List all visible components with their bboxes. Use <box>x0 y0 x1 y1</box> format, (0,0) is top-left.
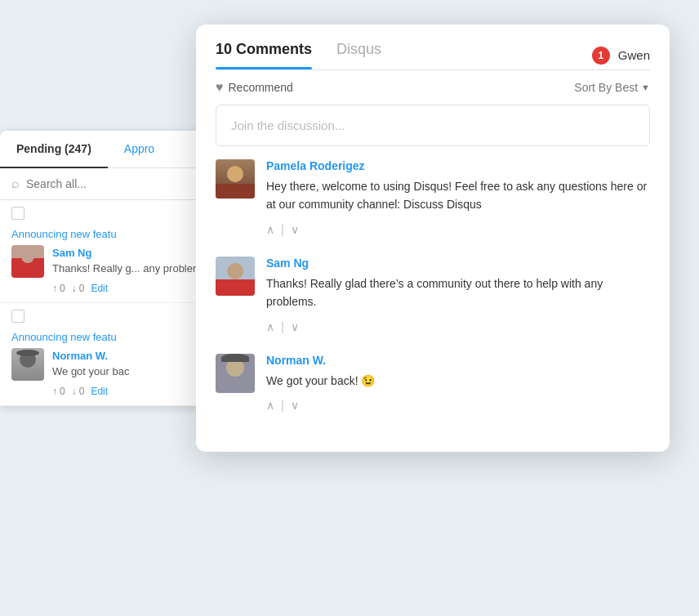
downvote-1[interactable]: ↓ 0 <box>72 283 85 294</box>
chevron-down-icon: ▼ <box>641 83 650 92</box>
comment-norman: Norman W. We got your back! 😉 ∧ | ∨ <box>216 354 650 413</box>
comment-body-norman: Norman W. We got your back! 😉 ∧ | ∨ <box>266 354 650 413</box>
upvote-2[interactable]: ↑ 0 <box>52 386 65 397</box>
upvote-pamela[interactable]: ∧ <box>266 223 274 236</box>
disqus-panel: 10 Comments Disqus 1 Gwen ♥ Recommend So… <box>196 25 670 452</box>
author-pamela: Pamela Roderigez <box>266 159 650 172</box>
author-sam: Sam Ng <box>266 257 650 270</box>
downvote-2[interactable]: ↓ 0 <box>72 386 85 397</box>
avatar-sam-lg <box>216 257 255 296</box>
comment-content-1: Sam Ng Thanks! Really g... any problems.… <box>52 245 210 294</box>
edit-btn-1[interactable]: Edit <box>91 283 108 294</box>
text-pamela: Hey there, welcome to using Disqus! Feel… <box>266 177 650 214</box>
discussion-input[interactable]: Join the discussion... <box>216 105 650 146</box>
search-input[interactable] <box>26 177 169 190</box>
author-norman: Norman W. <box>266 354 650 367</box>
comment-sam: Sam Ng Thanks! Really glad there’s a com… <box>216 257 650 334</box>
comment-actions-2: ↑ 0 ↓ 0 Edit <box>52 386 129 397</box>
avatar-norman-small <box>11 348 44 381</box>
vote-row-sam: ∧ | ∨ <box>266 319 650 334</box>
upvote-sam[interactable]: ∧ <box>266 320 274 333</box>
comment-actions-1: ↑ 0 ↓ 0 Edit <box>52 283 210 294</box>
edit-btn-2[interactable]: Edit <box>91 386 108 397</box>
comment-author-2: Norman W. <box>52 350 108 362</box>
approved-tab[interactable]: Appro <box>108 131 171 167</box>
avatar-pamela <box>216 159 255 199</box>
heart-icon: ♥ <box>216 80 224 95</box>
toolbar: ♥ Recommend Sort By Best ▼ <box>196 70 670 105</box>
comments-list: Pamela Roderigez Hey there, welcome to u… <box>196 159 670 452</box>
post-link-1[interactable]: Announcing new featu <box>11 228 225 240</box>
comment-author-1: Sam Ng <box>52 247 91 259</box>
vote-row-pamela: ∧ | ∨ <box>266 222 650 237</box>
upvote-1[interactable]: ↑ 0 <box>52 283 65 294</box>
text-sam: Thanks! Really glad there’s a community … <box>266 275 650 311</box>
vote-row-norman: ∧ | ∨ <box>266 398 650 413</box>
pending-tab[interactable]: Pending (247) <box>0 131 108 168</box>
comment-checkbox-1[interactable] <box>11 207 24 220</box>
post-link-2[interactable]: Announcing new featu <box>11 331 225 343</box>
downvote-norman[interactable]: ∨ <box>291 399 299 412</box>
header-right: 1 Gwen <box>592 47 650 65</box>
recommend-button[interactable]: ♥ Recommend <box>216 80 293 95</box>
comment-pamela: Pamela Roderigez Hey there, welcome to u… <box>216 159 650 237</box>
downvote-pamela[interactable]: ∨ <box>291 223 299 236</box>
disqus-header: 10 Comments Disqus 1 Gwen <box>196 25 670 69</box>
search-icon: ⌕ <box>11 176 20 191</box>
downvote-sam[interactable]: ∨ <box>291 320 299 333</box>
upvote-norman[interactable]: ∧ <box>266 399 274 412</box>
comment-content-2: Norman W. We got your bac ↑ 0 ↓ 0 Edit <box>52 348 129 397</box>
comment-checkbox-2[interactable] <box>11 310 24 323</box>
user-name: Gwen <box>618 48 650 62</box>
avatar-sam-small <box>11 245 44 278</box>
tab-comments[interactable]: 10 Comments <box>216 41 312 69</box>
comment-body-sam: Sam Ng Thanks! Really glad there’s a com… <box>266 257 650 334</box>
comment-text-1: Thanks! Really g... any problems. <box>52 261 210 276</box>
avatar-norman-lg <box>216 354 255 393</box>
sort-button[interactable]: Sort By Best ▼ <box>574 81 650 94</box>
comment-text-2: We got your bac <box>52 364 129 379</box>
comment-body-pamela: Pamela Roderigez Hey there, welcome to u… <box>266 159 650 237</box>
text-norman: We got your back! 😉 <box>266 372 650 390</box>
tab-disqus[interactable]: Disqus <box>336 41 381 69</box>
notification-badge[interactable]: 1 <box>592 47 610 65</box>
